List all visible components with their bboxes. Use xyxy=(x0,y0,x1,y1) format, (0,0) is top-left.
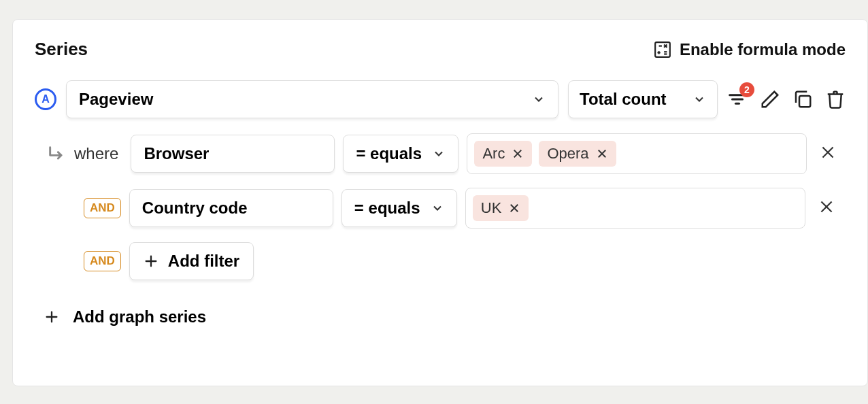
operator-label: = equals xyxy=(354,199,420,218)
property-label: Country code xyxy=(142,199,248,218)
chip-remove[interactable] xyxy=(596,148,608,160)
trash-icon xyxy=(825,89,846,110)
chip-label: Arc xyxy=(482,145,505,163)
aggregation-select[interactable]: Total count xyxy=(568,80,718,118)
copy-icon xyxy=(792,89,813,110)
chip-label: UK xyxy=(481,199,502,217)
add-filter-label: Add filter xyxy=(168,252,239,271)
plus-icon xyxy=(144,254,158,269)
remove-filter-button[interactable] xyxy=(819,144,837,164)
add-filter-button[interactable]: Add filter xyxy=(129,242,254,280)
value-input[interactable]: Arc Opera xyxy=(467,133,807,174)
series-title: Series xyxy=(35,39,88,60)
close-icon xyxy=(512,148,524,160)
property-label: Browser xyxy=(144,144,209,163)
chip-label: Opera xyxy=(547,145,588,163)
property-select[interactable]: Browser xyxy=(131,135,335,173)
add-filter-row: AND Add filter xyxy=(35,242,846,280)
series-row: A Pageview Total count 2 xyxy=(35,80,846,118)
close-icon xyxy=(508,202,520,214)
value-chip: UK xyxy=(473,195,529,221)
pencil-icon xyxy=(760,89,780,110)
series-badge: A xyxy=(35,88,56,110)
formula-label: Enable formula mode xyxy=(680,40,846,59)
filter-row: where Browser = equals Arc Opera xyxy=(35,133,846,174)
chevron-down-icon xyxy=(692,92,706,106)
value-chip: Opera xyxy=(539,141,616,167)
chevron-down-icon xyxy=(532,92,546,106)
delete-button[interactable] xyxy=(825,89,846,110)
close-icon xyxy=(596,148,608,160)
filter-row: AND Country code = equals UK xyxy=(35,188,846,229)
formula-icon xyxy=(654,41,671,58)
close-icon xyxy=(819,144,837,161)
value-input[interactable]: UK xyxy=(465,188,805,229)
enable-formula-button[interactable]: Enable formula mode xyxy=(654,40,846,59)
event-select[interactable]: Pageview xyxy=(66,80,558,118)
filter-icon-button[interactable]: 2 xyxy=(727,89,748,110)
filter-count-badge: 2 xyxy=(739,82,754,97)
close-icon xyxy=(818,198,835,216)
add-series-label: Add graph series xyxy=(73,307,206,326)
plus-icon xyxy=(44,309,59,324)
operator-label: = equals xyxy=(356,144,422,163)
operator-select[interactable]: = equals xyxy=(343,135,458,173)
event-label: Pageview xyxy=(79,90,153,109)
series-actions: 2 xyxy=(727,89,846,110)
chip-remove[interactable] xyxy=(512,148,524,160)
and-connector: AND xyxy=(84,198,121,218)
where-label: where xyxy=(74,144,118,163)
chevron-down-icon xyxy=(431,201,444,215)
operator-select[interactable]: = equals xyxy=(341,189,457,227)
svg-rect-11 xyxy=(799,96,810,107)
remove-filter-button[interactable] xyxy=(818,198,835,218)
edit-button[interactable] xyxy=(760,89,780,110)
chevron-down-icon xyxy=(432,147,446,161)
chip-remove[interactable] xyxy=(508,202,520,214)
property-select[interactable]: Country code xyxy=(129,189,333,227)
add-series-button[interactable]: Add graph series xyxy=(35,307,846,326)
panel-header: Series Enable formula mode xyxy=(35,39,846,60)
sub-arrow-icon xyxy=(47,144,66,163)
svg-rect-0 xyxy=(655,42,670,57)
series-panel: Series Enable formula mode A Pageview To… xyxy=(12,19,868,386)
and-connector: AND xyxy=(84,251,121,271)
value-chip: Arc xyxy=(474,141,532,167)
duplicate-button[interactable] xyxy=(792,89,813,110)
aggregation-label: Total count xyxy=(580,90,667,109)
